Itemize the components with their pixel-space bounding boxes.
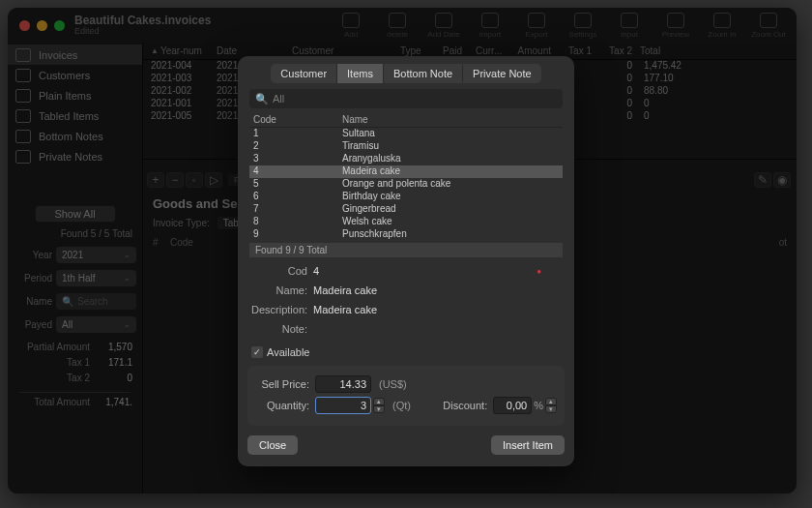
form-code-label: Cod [251, 265, 313, 277]
form-name-label: Name: [251, 284, 313, 296]
quantity-unit: (Qt) [392, 400, 411, 411]
form-desc-label: Description: [251, 304, 313, 315]
list-item[interactable]: 9Punschkrapfen [249, 228, 563, 241]
close-button[interactable]: Close [247, 435, 298, 455]
app-window: Beautiful Cakes.invoices Edited Adddelet… [8, 8, 797, 493]
tab-customer[interactable]: Customer [271, 64, 337, 83]
list-item[interactable]: 2Tiramisu [249, 140, 563, 153]
required-indicator-icon: ● [536, 267, 561, 276]
insert-item-button[interactable]: Insert Item [491, 435, 565, 455]
list-item[interactable]: 4Madeira cake [249, 165, 563, 178]
list-item[interactable]: 3Aranygaluska [249, 153, 563, 165]
sell-price-label: Sell Price: [255, 378, 315, 390]
list-item[interactable]: 1Sultana [249, 128, 563, 140]
items-col-name[interactable]: Name [342, 114, 563, 127]
list-item[interactable]: 8Welsh cake [249, 216, 563, 228]
list-item[interactable]: 7Gingerbread [249, 203, 563, 216]
form-code-value: 4 [313, 265, 319, 277]
tab-items[interactable]: Items [337, 64, 384, 83]
search-icon: 🔍 [255, 93, 269, 105]
items-found-label: Found 9 / 9 Total [249, 243, 563, 257]
list-item[interactable]: 5Orange and polenta cake [249, 178, 563, 191]
discount-unit: % [534, 400, 543, 411]
discount-input[interactable] [493, 397, 532, 414]
list-item[interactable]: 6Birthday cake [249, 191, 563, 203]
item-search-input[interactable]: 🔍 All [249, 89, 563, 108]
discount-stepper[interactable]: ▴▾ [545, 398, 557, 413]
form-name-value: Madeira cake [313, 284, 377, 296]
item-picker-sheet: Customer Items Bottom Note Private Note … [238, 56, 574, 466]
quantity-label: Quantity: [255, 400, 315, 411]
discount-label: Discount: [443, 400, 487, 411]
available-label: Available [267, 346, 309, 358]
sell-price-input[interactable] [315, 375, 371, 393]
tab-private-note[interactable]: Private Note [463, 64, 541, 83]
sell-price-unit: (US$) [379, 378, 407, 390]
quantity-stepper[interactable]: ▴▾ [373, 398, 385, 413]
sheet-tabs: Customer Items Bottom Note Private Note [238, 56, 574, 89]
items-col-code[interactable]: Code [249, 114, 342, 127]
form-desc-value: Madeira cake [313, 304, 377, 315]
quantity-input[interactable] [315, 397, 371, 414]
available-checkbox[interactable]: ✓ [251, 346, 263, 358]
price-panel: Sell Price: (US$) Quantity: ▴▾ (Qt) Disc… [247, 366, 565, 426]
form-note-label: Note: [251, 323, 313, 335]
tab-bottom-note[interactable]: Bottom Note [384, 64, 463, 83]
